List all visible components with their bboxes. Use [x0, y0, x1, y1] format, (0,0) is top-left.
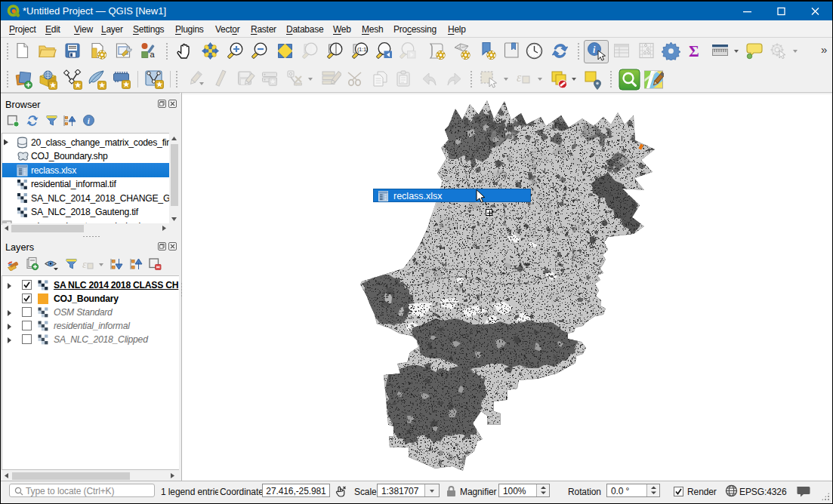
- svg-text:ε: ε: [82, 259, 87, 270]
- svg-text:ε: ε: [517, 71, 522, 84]
- svg-text:Σ: Σ: [689, 42, 699, 60]
- svg-text:a: a: [150, 50, 156, 59]
- svg-text:i: i: [88, 117, 90, 125]
- svg-text:(1:1): (1:1): [357, 47, 368, 53]
